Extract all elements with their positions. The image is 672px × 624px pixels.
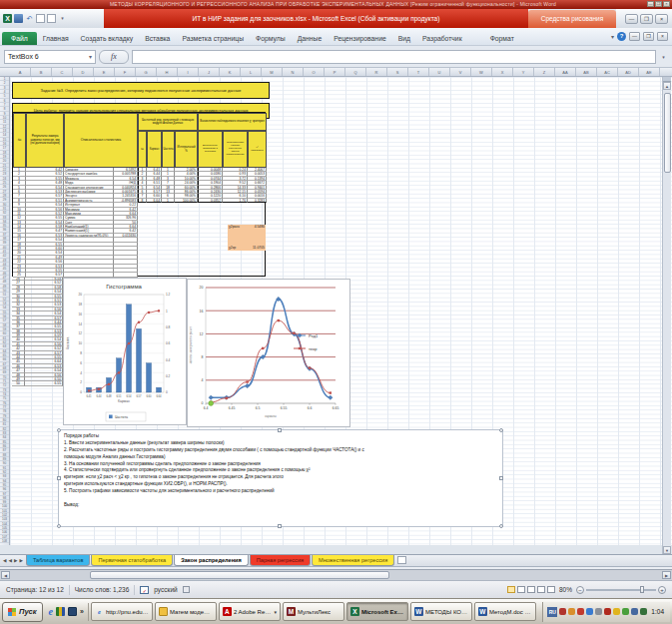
sheet-tab-множественная-регрессия[interactable]: Множественная регрессия bbox=[312, 555, 394, 566]
web-layout-view-icon[interactable] bbox=[527, 586, 535, 593]
cell[interactable] bbox=[248, 273, 267, 277]
word-language[interactable]: русский bbox=[154, 586, 177, 593]
cell[interactable]: 25 bbox=[13, 273, 26, 277]
column-header-L[interactable]: L bbox=[241, 68, 262, 76]
data-continuation-rows[interactable]: 266.54276.52286.58296.54306.55316.51326.… bbox=[12, 277, 63, 386]
selection-handle[interactable] bbox=[57, 428, 61, 432]
prev-sheet-icon[interactable]: ◀ bbox=[8, 558, 11, 563]
scroll-right-icon[interactable]: ▶ bbox=[662, 571, 671, 579]
minimize-icon[interactable]: — bbox=[625, 14, 638, 24]
language-indicator[interactable]: RU bbox=[547, 607, 557, 617]
zoom-out-icon[interactable]: − bbox=[576, 586, 584, 594]
insert-function-button[interactable]: fx bbox=[99, 50, 129, 64]
column-header-O[interactable]: O bbox=[304, 68, 325, 76]
dropdown-icon[interactable]: ▾ bbox=[274, 609, 277, 615]
expand-formula-bar-icon[interactable]: ▾ bbox=[659, 50, 668, 64]
tab-данные[interactable]: Данные bbox=[292, 33, 329, 45]
name-box[interactable]: TextBox 6 ▾ bbox=[4, 50, 96, 64]
tray-icon[interactable] bbox=[577, 608, 584, 615]
word-zoom-level[interactable]: 80% bbox=[559, 586, 572, 593]
first-sheet-icon[interactable]: ◀ bbox=[3, 558, 6, 563]
word-scroll-thumb[interactable] bbox=[90, 571, 389, 579]
minimize-icon[interactable]: — bbox=[647, 1, 654, 7]
tab-рецензирование[interactable]: Рецензирование bbox=[328, 33, 391, 45]
tab-format[interactable]: Формат bbox=[484, 33, 520, 45]
column-header-W[interactable]: W bbox=[471, 68, 492, 76]
vertical-scroll-thumb[interactable] bbox=[664, 93, 671, 173]
spellcheck-icon[interactable]: ✓ bbox=[140, 586, 149, 594]
column-header-X[interactable]: X bbox=[492, 68, 513, 76]
desktop-icon[interactable] bbox=[68, 607, 77, 616]
scroll-left-icon[interactable]: ◀ bbox=[1, 571, 10, 579]
excel-logo-icon[interactable]: X bbox=[3, 14, 12, 23]
close-icon[interactable]: × bbox=[663, 1, 670, 7]
tray-icon[interactable] bbox=[595, 608, 602, 615]
scroll-down-icon[interactable]: ▼ bbox=[663, 546, 671, 554]
worksheet-grid[interactable]: 1234567891011121314151617181920212223242… bbox=[0, 77, 672, 545]
column-header-AD[interactable]: AD bbox=[618, 68, 639, 76]
column-header-N[interactable]: N bbox=[283, 68, 304, 76]
restore-icon[interactable]: ❐ bbox=[640, 14, 653, 24]
word-page-indicator[interactable]: Страница: 12 из 12 bbox=[6, 586, 64, 593]
taskbar-button-ie[interactable]: ehttp://pnu.edu.... bbox=[91, 602, 153, 621]
quick-launch-more-icon[interactable]: » bbox=[80, 608, 84, 615]
selection-handle[interactable] bbox=[499, 524, 503, 528]
sheet-tab-закон-распределения[interactable]: Закон распределения bbox=[174, 555, 249, 566]
taskbar-button-excel[interactable]: XMicrosoft Exce... bbox=[346, 602, 408, 621]
word-zoom-slider[interactable] bbox=[586, 589, 656, 591]
column-header-AA[interactable]: AA bbox=[555, 68, 576, 76]
print-preview-icon[interactable] bbox=[47, 14, 56, 23]
column-header-U[interactable]: U bbox=[429, 68, 450, 76]
column-header-Y[interactable]: Y bbox=[513, 68, 534, 76]
tab-разметка-страницы[interactable]: Разметка страницы bbox=[176, 33, 250, 45]
column-header-I[interactable]: I bbox=[178, 68, 199, 76]
column-header-S[interactable]: S bbox=[387, 68, 408, 76]
tab-вставка[interactable]: Вставка bbox=[139, 33, 176, 45]
column-header-V[interactable]: V bbox=[450, 68, 471, 76]
cell[interactable]: 6.57 bbox=[26, 273, 64, 277]
cell[interactable]: 6.55 bbox=[25, 381, 63, 385]
column-header-AE[interactable]: AE bbox=[639, 68, 660, 76]
tab-главная[interactable]: Главная bbox=[37, 33, 75, 45]
tray-icon[interactable] bbox=[640, 608, 647, 615]
taskbar-button-multilex[interactable]: ММультиЛекс bbox=[283, 602, 344, 621]
sheet-tab-таблица-вариантов[interactable]: Таблица вариантов bbox=[26, 555, 91, 566]
chi-square-result-cells[interactable]: χ2расч4.5480 χ2кр11.0705 bbox=[228, 225, 266, 251]
column-header-M[interactable]: M bbox=[262, 68, 283, 76]
undo-icon[interactable]: ↶ bbox=[25, 14, 34, 23]
selection-handle[interactable] bbox=[499, 428, 503, 432]
procedure-textbox[interactable]: Порядок работы1. Ввести экспериментальны… bbox=[58, 429, 503, 527]
column-header-A[interactable]: A bbox=[10, 68, 31, 76]
tray-icon[interactable] bbox=[631, 608, 638, 615]
tray-icon[interactable] bbox=[568, 608, 575, 615]
formula-input[interactable] bbox=[132, 50, 656, 64]
tab-вид[interactable]: Вид bbox=[392, 33, 416, 45]
column-header-P[interactable]: P bbox=[325, 68, 345, 76]
collapse-ribbon-icon[interactable]: ▾ bbox=[611, 33, 614, 40]
next-sheet-icon[interactable]: ▶ bbox=[14, 558, 17, 563]
selection-handle[interactable] bbox=[57, 476, 61, 480]
task-banner[interactable]: Задание №3. Определить закон распределен… bbox=[12, 82, 270, 99]
column-header-AC[interactable]: AC bbox=[597, 68, 618, 76]
tab-создать-вкладку[interactable]: Создать вкладку bbox=[75, 33, 140, 45]
tray-icon[interactable] bbox=[559, 608, 566, 615]
tray-icon[interactable] bbox=[622, 608, 629, 615]
sheet-tab-парная-регрессия[interactable]: Парная регрессия bbox=[250, 555, 311, 566]
sheet-tab-первичная-статобработка[interactable]: Первичная статобработка bbox=[91, 555, 173, 566]
row-header-108[interactable]: 108 bbox=[0, 539, 9, 543]
column-header-E[interactable]: E bbox=[94, 68, 115, 76]
cell[interactable] bbox=[198, 273, 223, 277]
taskbar-button-adobe[interactable]: A2 Adobe Read...▾ bbox=[219, 602, 281, 621]
frequency-line-chart[interactable]: 0481216206.46.456.56.556.66.65Ряд1теорча… bbox=[187, 279, 350, 427]
name-box-dropdown-icon[interactable]: ▾ bbox=[89, 51, 92, 63]
column-header-G[interactable]: G bbox=[136, 68, 157, 76]
column-header-J[interactable]: J bbox=[199, 68, 220, 76]
tab-формулы[interactable]: Формулы bbox=[250, 33, 292, 45]
column-header-C[interactable]: C bbox=[52, 68, 73, 76]
word-zoom-slider-thumb[interactable] bbox=[640, 586, 644, 593]
column-header-D[interactable]: D bbox=[73, 68, 94, 76]
fullscreen-view-icon[interactable] bbox=[517, 586, 525, 593]
word-horizontal-scrollbar[interactable]: ◀ ▶ bbox=[0, 569, 672, 580]
column-header-R[interactable]: R bbox=[366, 68, 387, 76]
column-header-Z[interactable]: Z bbox=[534, 68, 555, 76]
